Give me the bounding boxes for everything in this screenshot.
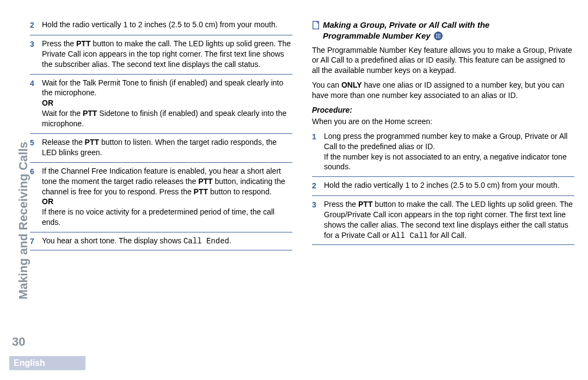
ptt-label: PTT [358,200,372,209]
step-body: Hold the radio vertically 1 to 2 inches … [42,20,292,30]
page-number: 30 [12,335,25,349]
text: button to respond. [208,187,272,196]
text: Wait for the PTT Sidetone to finish (if … [42,108,292,129]
text: Wait for the Talk Permit Tone to finish … [42,78,292,99]
step-list-right: 1 Long press the programmed number key t… [312,131,574,245]
text: . [229,236,231,245]
step-5: 5 Release the PTT button to listen. When… [30,133,292,162]
step-body: You hear a short tone. The display shows… [42,236,292,247]
procedure-intro: When you are on the Home screen: [312,117,574,127]
svg-point-6 [439,35,440,36]
paragraph: The Programmable Number Key feature allo… [312,45,574,76]
text: for All Call. [428,231,467,240]
manual-page: Making and Receiving Calls 30 English 2 … [0,0,588,380]
section-title-vertical: Making and Receiving Calls [16,120,30,299]
content-columns: 2 Hold the radio vertically 1 to 2 inche… [30,20,577,250]
text: Press the [42,39,76,48]
step-4: 4 Wait for the Talk Permit Tone to finis… [30,74,292,133]
step-list-left: 2 Hold the radio vertically 1 to 2 inche… [30,20,292,250]
subsection-heading: Making a Group, Private or All Call with… [312,20,574,42]
keypad-icon [434,32,443,40]
step-body: Press the PTT button to make the call. T… [324,199,574,241]
r-step-1: 1 Long press the programmed number key t… [312,131,574,177]
step-body: Hold the radio vertically 1 to 2 inches … [324,180,574,191]
svg-point-2 [438,34,439,35]
ptt-label: PTT [198,177,212,186]
text: If there is no voice activity for a pred… [42,207,292,228]
paragraph: You can ONLY have one alias or ID assign… [312,80,574,101]
step-7: 7 You hear a short tone. The display sho… [30,232,292,250]
step-number: 6 [30,166,42,177]
step-number: 2 [312,180,324,191]
only-label: ONLY [341,81,362,89]
step-number: 5 [30,137,42,148]
step-body: Release the PTT button to listen. When t… [42,137,292,158]
step-2: 2 Hold the radio vertically 1 to 2 inche… [30,20,292,35]
text: Press the [324,200,358,209]
step-number: 3 [312,199,324,210]
svg-point-4 [436,35,437,36]
language-tab: English [9,356,85,370]
step-3: 3 Press the PTT button to make the call.… [30,35,292,74]
text: If the number key is not associated to a… [324,152,574,173]
left-column: 2 Hold the radio vertically 1 to 2 inche… [30,20,292,250]
text: You hear a short tone. The display shows [42,236,183,245]
svg-point-9 [439,37,440,38]
step-number: 1 [312,131,324,142]
right-column: Making a Group, Private or All Call with… [312,20,574,250]
text: Long press the programmed number key to … [324,131,574,152]
step-number: 2 [30,20,42,30]
svg-point-3 [439,34,440,35]
ptt-label: PTT [83,109,97,118]
step-body: Press the PTT button to make the call. T… [42,39,292,70]
ptt-label: PTT [85,138,99,146]
ptt-label: PTT [194,187,208,196]
step-body: Wait for the Talk Permit Tone to finish … [42,78,292,129]
procedure-label: Procedure: [312,106,352,114]
heading-line-2: Programmable Number Key [323,30,574,41]
text: Programmable Number Key [323,30,431,41]
or-label: OR [42,197,292,207]
step-number: 3 [30,39,42,50]
or-label: OR [42,98,292,108]
step-6: 6 If the Channel Free Indication feature… [30,162,292,232]
svg-point-8 [438,37,439,38]
r-step-3: 3 Press the PTT button to make the call.… [312,195,574,245]
ptt-label: PTT [76,39,90,48]
svg-point-1 [436,34,437,35]
step-number: 4 [30,78,42,89]
display-text: All Call [391,231,428,240]
text: Release the [42,138,85,146]
text: You can [312,81,341,89]
step-number: 7 [30,236,42,247]
procedure-heading: Procedure: [312,105,574,115]
svg-point-5 [438,35,439,36]
text: Wait for the [42,109,83,118]
note-icon [312,21,320,32]
display-text: Call Ended [183,237,229,246]
heading-line-1: Making a Group, Private or All Call with… [323,20,574,30]
step-body: If the Channel Free Indication feature i… [42,166,292,228]
svg-point-7 [436,37,437,38]
heading-text: Making a Group, Private or All Call with… [323,20,574,42]
step-body: Long press the programmed number key to … [324,131,574,173]
text: If the Channel Free Indication feature i… [42,166,292,197]
r-step-2: 2 Hold the radio vertically 1 to 2 inche… [312,176,574,195]
